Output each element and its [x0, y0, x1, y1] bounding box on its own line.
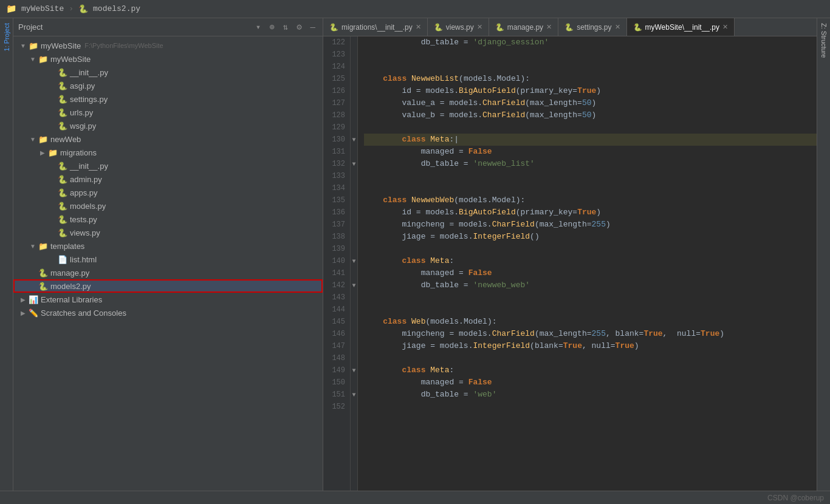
code-line-145: class Web(models.Model): [364, 316, 817, 328]
gutter-152 [351, 401, 357, 413]
tree-label-asgi: asgi.py [70, 81, 95, 90]
gutter-128 [351, 109, 357, 121]
tree-item-extlibs[interactable]: ▶ 📊 External Libraries [13, 293, 323, 306]
linenum-134: 134 [328, 182, 345, 194]
tree-item-listhtml[interactable]: 📄 list.html [13, 253, 323, 266]
tab-label-manage: manage.py [507, 23, 543, 32]
linenum-127: 127 [328, 97, 345, 109]
folder-icon-mywebsite: 📁 [38, 55, 49, 64]
gutter-130[interactable]: ▼ [351, 134, 357, 146]
project-tab[interactable]: 1: Project [1, 18, 12, 56]
code-container: 122 123 124 125 126 127 128 129 130 131 … [323, 36, 817, 491]
py-icon-manage: 🐍 [38, 268, 49, 278]
tree-item-tests[interactable]: 🐍 tests.py [13, 213, 323, 226]
tree-label-admin: admin.py [70, 175, 102, 184]
tree-arrow-templates: ▼ [28, 243, 38, 250]
tree-item-asgi[interactable]: 🐍 asgi.py [13, 79, 323, 92]
code-line-151: db_table = 'web' [364, 389, 817, 401]
gutter-122 [351, 36, 357, 49]
tree-item-migrations[interactable]: ▶ 📁 migrations [13, 146, 323, 159]
tree-label-mywebsite: myWebSite [50, 55, 91, 64]
code-line-147: jiage = models.IntegerField(blank=True, … [364, 340, 817, 352]
tree-label-listhtml: list.html [70, 255, 97, 264]
tree-item-init1[interactable]: 🐍 __init__.py [13, 66, 323, 79]
title-bar: 📁 myWebSite › 🐍 models2.py [0, 0, 830, 18]
gutter-140[interactable]: ▼ [351, 255, 357, 267]
tab-migrations-init[interactable]: 🐍 migrations\__init__.py ✕ [323, 18, 428, 36]
tab-close-migrations[interactable]: ✕ [416, 23, 421, 31]
linenum-138: 138 [328, 231, 345, 243]
tree-item-views[interactable]: 🐍 views.py [13, 226, 323, 239]
tab-mywebsite-init[interactable]: 🐍 myWebSite\__init__.py ✕ [627, 18, 735, 36]
linenum-139: 139 [328, 243, 345, 255]
linenum-124: 124 [328, 61, 345, 73]
project-minimize-icon[interactable]: — [308, 21, 318, 33]
linenum-144: 144 [328, 304, 345, 316]
tree-arrow-extlibs: ▶ [18, 296, 28, 303]
code-line-122: db_table = 'django_session' [364, 36, 817, 49]
tree-item-root[interactable]: ▼ 📁 myWebSite F:\PythonFiles\myWebSite [13, 39, 323, 52]
linenum-141: 141 [328, 267, 345, 279]
project-settings-icon[interactable]: ⚙ [294, 21, 304, 33]
gutter-133 [351, 170, 357, 182]
py-icon-tests: 🐍 [57, 215, 68, 224]
linenum-147: 147 [328, 340, 345, 352]
tab-views[interactable]: 🐍 views.py ✕ [428, 18, 489, 36]
code-line-150: managed = False [364, 376, 817, 389]
tree-item-templates[interactable]: ▼ 📁 templates [13, 239, 323, 253]
py-icon-settings: 🐍 [57, 95, 68, 104]
gutter-150 [351, 376, 357, 389]
tree-item-scratches[interactable]: ▶ ✏️ Scratches and Consoles [13, 306, 323, 319]
py-icon-views: 🐍 [57, 228, 68, 237]
tab-manage[interactable]: 🐍 manage.py ✕ [489, 18, 558, 36]
html-icon-listhtml: 📄 [57, 255, 68, 264]
gutter-143 [351, 291, 357, 304]
file-icon: 🐍 [78, 4, 88, 14]
tree-label-newweb: newWeb [50, 135, 81, 144]
linenum-145: 145 [328, 316, 345, 328]
tree-item-admin[interactable]: 🐍 admin.py [13, 172, 323, 186]
project-add-icon[interactable]: ⊕ [267, 21, 276, 33]
tab-close-views[interactable]: ✕ [477, 23, 482, 31]
tree-label-migrations: migrations [60, 148, 97, 157]
tree-label-models2: models2.py [50, 282, 91, 291]
tree-item-newweb[interactable]: ▼ 📁 newWeb [13, 132, 323, 146]
gutter-151[interactable]: ▼ [351, 389, 357, 401]
tree-item-wsgi[interactable]: 🐍 wsgi.py [13, 119, 323, 132]
tree-item-urls[interactable]: 🐍 urls.py [13, 106, 323, 119]
tree-label-manage: manage.py [50, 268, 89, 278]
tab-close-manage[interactable]: ✕ [546, 23, 552, 31]
tree-item-settings[interactable]: 🐍 settings.py [13, 92, 323, 106]
project-dropdown-icon[interactable]: ▾ [253, 21, 263, 33]
linenum-131: 131 [328, 146, 345, 158]
tab-close-mywebsite-init[interactable]: ✕ [722, 23, 728, 31]
tree-item-apps[interactable]: 🐍 apps.py [13, 186, 323, 199]
tree-item-mywebsite[interactable]: ▼ 📁 myWebSite [13, 52, 323, 66]
code-line-128: value_b = models.CharField(max_length=50… [364, 109, 817, 121]
structure-tab[interactable]: Z: Structure [818, 18, 829, 63]
title-separator: › [69, 4, 74, 13]
gutter-137 [351, 219, 357, 231]
project-sync-icon[interactable]: ⇅ [281, 21, 290, 33]
gutter-149[interactable]: ▼ [351, 364, 357, 376]
gutter-145 [351, 316, 357, 328]
tree-item-manage[interactable]: 🐍 manage.py [13, 266, 323, 279]
tree-label-wsgi: wsgi.py [70, 121, 96, 131]
gutter-131 [351, 146, 357, 158]
gutter-132[interactable]: ▼ [351, 158, 357, 170]
tab-settings[interactable]: 🐍 settings.py ✕ [558, 18, 626, 36]
code-editor[interactable]: db_table = 'django_session' class Newweb… [358, 36, 817, 491]
tree-item-models[interactable]: 🐍 models.py [13, 199, 323, 213]
gutter-142[interactable]: ▼ [351, 279, 357, 291]
linenum-151: 151 [328, 389, 345, 401]
tab-close-settings[interactable]: ✕ [615, 23, 620, 31]
tree-item-models2[interactable]: 🐍 models2.py [13, 279, 323, 293]
linenum-150: 150 [328, 376, 345, 389]
gutter-146 [351, 328, 357, 340]
gutter-144 [351, 304, 357, 316]
tree-item-init2[interactable]: 🐍 __init__.py [13, 159, 323, 172]
linenum-128: 128 [328, 109, 345, 121]
tree-label-init1: __init__.py [70, 68, 108, 77]
code-line-123 [364, 49, 817, 61]
code-line-134 [364, 182, 817, 194]
